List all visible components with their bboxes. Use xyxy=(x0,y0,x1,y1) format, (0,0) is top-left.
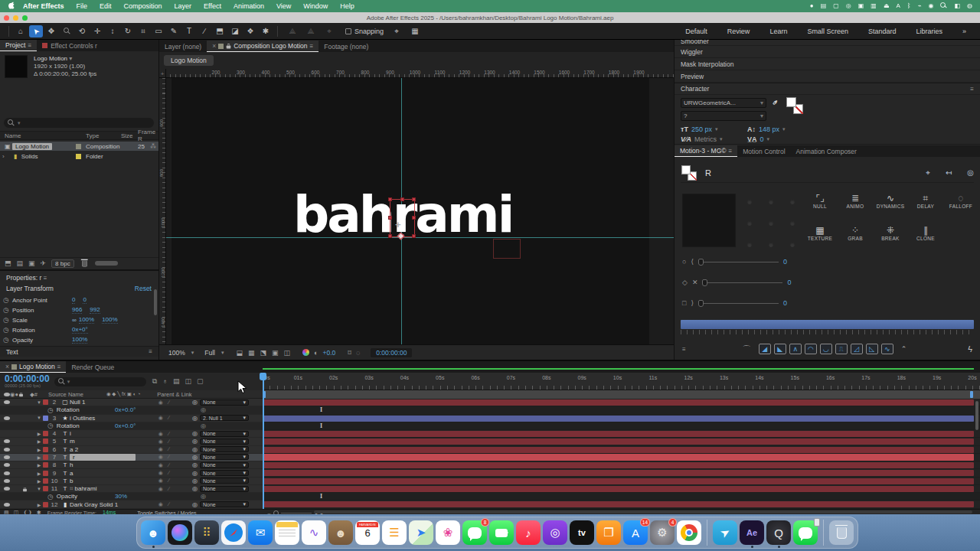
view-option-icon-2[interactable]: ⬔ xyxy=(260,349,267,357)
pickwhip-icon[interactable]: ◎ xyxy=(192,485,198,492)
layer-track[interactable] xyxy=(263,438,980,445)
work-area-end-handle[interactable] xyxy=(970,391,973,398)
layer-switches[interactable]: ◉∕ xyxy=(136,399,192,406)
adobe-color-icon[interactable] xyxy=(302,349,309,356)
layer-switches[interactable]: ◉∕ xyxy=(136,501,192,507)
clone-stamp-tool[interactable]: ⬒ xyxy=(213,25,227,37)
ease-preset-4[interactable]: ◡ xyxy=(820,344,832,354)
layer-track[interactable] xyxy=(263,446,980,454)
layer-name[interactable]: Null 1 xyxy=(70,399,136,406)
pickwhip-icon[interactable]: ◎ xyxy=(192,415,198,422)
layer-track[interactable] xyxy=(263,415,980,422)
rectangle-tool[interactable]: ▭ xyxy=(152,25,165,37)
menu-file[interactable]: File xyxy=(70,2,94,10)
timeline-time-ruler[interactable]: 0s01s02s03s04s05s06s07s08s09s10s11s12s13… xyxy=(263,373,980,390)
property-value[interactable]: 100% xyxy=(79,316,94,324)
parent-dropdown[interactable]: None▾ xyxy=(200,501,249,507)
pickwhip-icon[interactable]: ◎ xyxy=(192,470,198,477)
input-source-icon[interactable]: A xyxy=(896,3,900,9)
timeline-search-input[interactable]: ▾ xyxy=(54,377,146,386)
workspace-small-screen[interactable]: Small Screen xyxy=(797,28,858,35)
layer-duration-bar[interactable] xyxy=(263,454,974,461)
motion3-button-break[interactable]: ⁜BREAK xyxy=(874,226,907,241)
layer-name[interactable]: i Outlines xyxy=(70,415,136,422)
switch-icon[interactable]: ∕ xyxy=(168,415,169,421)
layer-row[interactable]: ▶5Tm◉∕◎None▾ xyxy=(0,438,980,445)
text-section[interactable]: Text xyxy=(6,348,18,356)
layer-track[interactable] xyxy=(263,469,980,477)
col-type[interactable]: Type xyxy=(86,132,99,139)
snap-option-icon-1[interactable]: ▦ xyxy=(408,25,422,37)
layer-duration-bar[interactable] xyxy=(263,478,974,484)
dock-photos-icon[interactable]: ❀ xyxy=(436,520,460,545)
brush-tool[interactable]: ∕ xyxy=(198,25,211,37)
snapshot-camera-icon[interactable]: ⌑ xyxy=(348,349,351,357)
ease-arc-icon[interactable]: ⌒ xyxy=(743,344,751,355)
dock-notes-icon[interactable] xyxy=(275,520,299,545)
label-color-chip[interactable] xyxy=(43,455,48,460)
exposure-icon[interactable]: ◐ xyxy=(314,349,318,357)
motion3-range-bar[interactable] xyxy=(681,320,974,329)
dock-safari-icon[interactable] xyxy=(221,520,246,545)
dock-music-icon[interactable]: ♪ xyxy=(516,520,541,545)
property-value[interactable]: 0x+0.0° xyxy=(115,406,136,413)
slider-value[interactable]: 0 xyxy=(787,279,791,286)
ruler-origin-icon[interactable]: + xyxy=(159,69,166,78)
snapping-checkbox[interactable] xyxy=(345,28,351,34)
layer-name[interactable]: r xyxy=(70,454,136,461)
switch-icon[interactable]: ∕ xyxy=(168,454,169,460)
slider-track[interactable] xyxy=(698,303,779,304)
pickwhip-icon[interactable]: ◎ xyxy=(192,454,198,461)
layer-switches[interactable]: ◉∕ xyxy=(136,454,192,460)
slider-knob[interactable] xyxy=(698,300,704,307)
selection-tool[interactable]: ➤ xyxy=(29,25,43,37)
visibility-eye-icon[interactable] xyxy=(4,448,10,452)
timeline-horizontal-scrollbar[interactable] xyxy=(314,510,972,514)
pickwhip-icon[interactable]: ◎ xyxy=(192,446,198,453)
col-name[interactable]: Name xyxy=(5,132,21,139)
project-settings-icon[interactable]: ✈ xyxy=(41,259,47,267)
parent-dropdown[interactable]: None▾ xyxy=(200,446,249,452)
lock-icon[interactable] xyxy=(23,488,27,491)
layer-name[interactable]: bahrami xyxy=(75,485,136,492)
layer-track[interactable]: I xyxy=(263,406,980,414)
project-column-headers[interactable]: NameTypeSizeFrame R xyxy=(0,131,158,140)
visibility-eye-icon[interactable] xyxy=(4,455,10,459)
label-color-chip[interactable] xyxy=(43,399,48,405)
composition-viewport[interactable]: bahrami + xyxy=(166,78,674,344)
dock-app-store-icon[interactable]: A14 xyxy=(623,520,648,545)
visibility-eye-icon[interactable] xyxy=(4,416,10,420)
switch-icon[interactable]: ◉ xyxy=(158,446,163,452)
pan-camera-tool[interactable]: ✛ xyxy=(90,25,104,37)
layer-track[interactable] xyxy=(263,430,980,438)
panel-menu-icon[interactable]: ≡ xyxy=(729,148,733,155)
fill-color-swatch[interactable] xyxy=(786,97,796,107)
scrollbar-handle[interactable] xyxy=(95,261,118,266)
slider-knob[interactable] xyxy=(698,259,704,266)
switch-icon[interactable]: ◉ xyxy=(158,478,163,484)
pickwhip-icon[interactable]: ◎ xyxy=(201,493,206,500)
dock-mail-icon[interactable]: ✉ xyxy=(248,520,273,545)
layer-track[interactable] xyxy=(263,485,980,493)
dock-reminders-icon[interactable]: ☰ xyxy=(382,520,407,545)
parent-link-column[interactable]: Parent & Link xyxy=(157,391,191,398)
link-icon[interactable]: ∞ xyxy=(72,317,77,324)
scrollbar-handle[interactable] xyxy=(154,289,157,315)
dock-books-icon[interactable]: ❐ xyxy=(596,520,621,545)
new-composition-icon[interactable]: ▣ xyxy=(28,259,35,267)
expander-icon[interactable]: ▶ xyxy=(35,502,43,507)
visibility-eye-icon[interactable] xyxy=(4,487,10,491)
switch-icon[interactable]: ◉ xyxy=(158,399,163,406)
dock-after-effects-icon[interactable]: Ae xyxy=(740,520,764,545)
col-frame-r[interactable]: Frame R xyxy=(138,129,158,142)
anchor-dot[interactable] xyxy=(769,243,773,247)
panel-header-wiggler[interactable]: Wiggler xyxy=(675,46,980,58)
panel-menu-icon[interactable]: ≡ xyxy=(310,43,314,50)
pickwhip-icon[interactable]: ◎ xyxy=(201,422,206,429)
expander-icon[interactable]: ▶ xyxy=(35,471,43,476)
slider-track[interactable] xyxy=(702,282,782,283)
reset-icon[interactable]: ◎ xyxy=(967,168,974,178)
layer-transform-section[interactable]: Layer Transform xyxy=(6,285,54,292)
dock-maps-icon[interactable]: ➤ xyxy=(409,520,433,545)
tab-animation-composer[interactable]: Animation Composer xyxy=(791,145,862,157)
